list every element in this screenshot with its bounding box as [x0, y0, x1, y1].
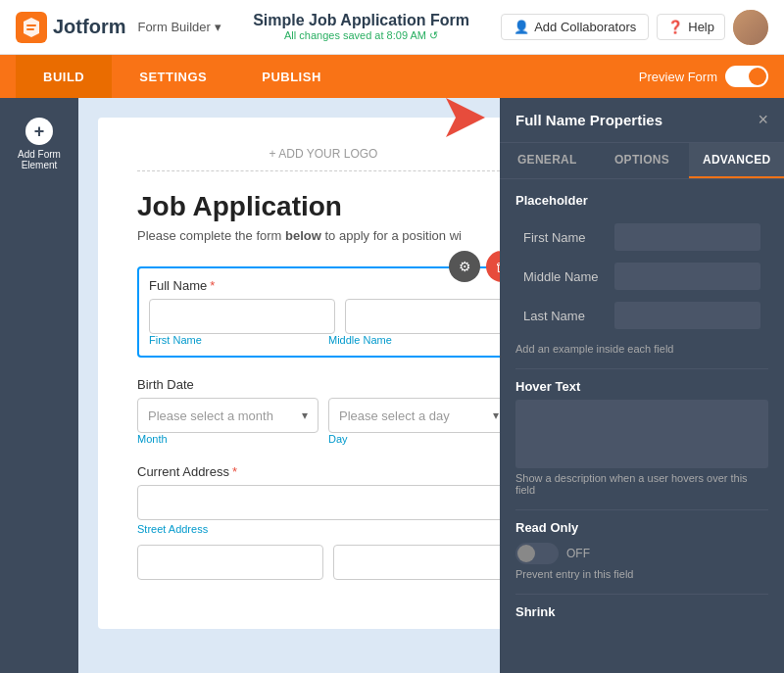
middle-name-sublabel: Middle Name	[328, 334, 498, 346]
nav-build[interactable]: BUILD	[16, 55, 112, 98]
toggle-knob	[749, 68, 766, 85]
preview-form-toggle[interactable]	[725, 66, 768, 87]
divider-1	[515, 368, 768, 369]
add-collaborators-label: Add Collaborators	[534, 20, 636, 34]
nav-publish[interactable]: PUBLISH	[234, 55, 349, 98]
header-form-title: Simple Job Application Form	[233, 12, 489, 29]
read-only-hint: Prevent entry in this field	[515, 568, 768, 580]
add-form-element-label: Add Form Element	[0, 149, 78, 170]
placeholder-row-firstname: First Name	[515, 217, 768, 257]
logo-area: Jotform	[16, 12, 125, 43]
help-button[interactable]: ❓ Help	[657, 14, 725, 40]
form-title: Job Application	[137, 191, 510, 222]
address-city-input[interactable]	[137, 545, 323, 580]
day-chevron-icon: ▾	[493, 409, 499, 422]
month-chevron-icon: ▾	[302, 409, 308, 422]
birth-date-inputs: Please select a month ▾ Please select a …	[137, 398, 510, 433]
avatar[interactable]	[733, 10, 768, 45]
placeholder-firstname-label: First Name	[515, 217, 607, 257]
properties-panel: Full Name Properties × GENERAL OPTIONS A…	[500, 98, 784, 673]
form-description: Please complete the form below to apply …	[137, 228, 510, 243]
full-name-sublabels: First Name Middle Name	[149, 334, 498, 346]
address-state-input[interactable]	[333, 545, 519, 580]
nav-settings[interactable]: SETTINGS	[112, 55, 234, 98]
tab-advanced[interactable]: ADVANCED	[689, 143, 784, 178]
hover-text-label: Hover Text	[515, 379, 768, 394]
placeholder-lastname-label: Last Name	[515, 296, 607, 335]
full-name-inputs	[149, 299, 498, 334]
placeholder-section-title: Placeholder	[515, 193, 768, 208]
read-only-toggle-row: OFF	[515, 543, 768, 564]
birth-date-sublabels: Month Day	[137, 433, 510, 445]
hover-text-input[interactable]	[515, 400, 768, 468]
form-builder-button[interactable]: Form Builder ▾	[137, 20, 220, 34]
panel-close-button[interactable]: ×	[758, 110, 768, 130]
preview-form-label: Preview Form	[639, 70, 717, 84]
placeholder-table: First Name Middle Name Last Name	[515, 217, 768, 335]
placeholder-middlename-label: Middle Name	[515, 257, 607, 296]
address-row-2	[137, 545, 510, 580]
birth-date-field: Birth Date Please select a month ▾ Pleas…	[137, 377, 510, 445]
day-select[interactable]: Please select a day ▾	[328, 398, 510, 433]
day-placeholder: Please select a day	[339, 409, 450, 423]
birth-date-label: Birth Date	[137, 377, 510, 392]
form-builder-chevron: ▾	[215, 20, 221, 34]
full-name-field: ⚙ 🗑 Full Name * First Name Middle Name	[137, 266, 510, 358]
preview-form-area: Preview Form	[639, 66, 768, 87]
current-address-label: Current Address *	[137, 464, 510, 479]
read-only-toggle-knob	[517, 545, 535, 562]
panel-tabs: GENERAL OPTIONS ADVANCED	[500, 143, 784, 179]
required-star: *	[210, 278, 215, 293]
read-only-toggle[interactable]	[515, 543, 559, 564]
street-address-input[interactable]	[137, 485, 510, 520]
form-inner: + ADD YOUR LOGO Job Application Please c…	[98, 118, 549, 629]
header-actions: 👤 Add Collaborators ❓ Help	[501, 10, 768, 45]
form-builder-label: Form Builder	[137, 20, 210, 34]
avatar-image	[733, 10, 768, 45]
main-layout: + Add Form Element + ADD YOUR LOGO Job A…	[0, 98, 784, 673]
placeholder-hint: Add an example inside each field	[515, 343, 768, 355]
read-only-label: Read Only	[515, 520, 768, 535]
month-select[interactable]: Please select a month ▾	[137, 398, 318, 433]
panel-content: Placeholder First Name Middle Name Last …	[500, 179, 784, 673]
logo-text: Jotform	[53, 16, 125, 38]
street-address-sublabel: Street Address	[137, 523, 510, 535]
tab-general[interactable]: GENERAL	[500, 143, 595, 178]
placeholder-row-middlename: Middle Name	[515, 257, 768, 296]
placeholder-lastname-input[interactable]	[614, 302, 760, 329]
form-desc-pre: Please complete the form	[137, 228, 285, 243]
month-placeholder: Please select a month	[148, 409, 273, 423]
month-sublabel: Month	[137, 433, 318, 445]
address-inputs	[137, 485, 510, 520]
header: Jotform Form Builder ▾ Simple Job Applic…	[0, 0, 784, 55]
help-label: Help	[688, 20, 714, 34]
tab-options[interactable]: OPTIONS	[595, 143, 690, 178]
placeholder-row-lastname: Last Name	[515, 296, 768, 335]
first-name-sublabel: First Name	[149, 334, 318, 346]
panel-title: Full Name Properties	[515, 112, 662, 128]
person-icon: 👤	[514, 20, 529, 34]
panel-header: Full Name Properties ×	[500, 98, 784, 143]
nav-bar: BUILD SETTINGS PUBLISH Preview Form	[0, 55, 784, 98]
red-arrow-indicator	[436, 93, 495, 142]
help-icon: ❓	[667, 20, 683, 34]
form-desc-bold: below	[285, 228, 321, 243]
form-desc-post: to apply for a position wi	[321, 228, 462, 243]
placeholder-middlename-input[interactable]	[614, 263, 760, 290]
hover-hint: Show a description when a user hovers ov…	[515, 472, 768, 496]
field-settings-button[interactable]: ⚙	[449, 251, 480, 282]
current-address-field: Current Address * Street Address	[137, 464, 510, 580]
divider-3	[515, 594, 768, 595]
divider-2	[515, 509, 768, 510]
placeholder-firstname-input[interactable]	[614, 223, 760, 251]
add-form-element-button[interactable]: + Add Form Element	[0, 118, 78, 170]
sidebar-add-element: + Add Form Element	[0, 98, 78, 673]
first-name-input[interactable]	[149, 299, 335, 334]
add-circle-icon: +	[25, 118, 53, 145]
jotform-logo-icon	[16, 12, 47, 43]
add-collaborators-button[interactable]: 👤 Add Collaborators	[501, 14, 649, 40]
add-logo-bar[interactable]: + ADD YOUR LOGO	[137, 147, 510, 171]
shrink-label: Shrink	[515, 604, 768, 619]
read-only-off-label: OFF	[566, 547, 590, 560]
header-subtitle: All changes saved at 8:09 AM ↺	[233, 29, 489, 42]
